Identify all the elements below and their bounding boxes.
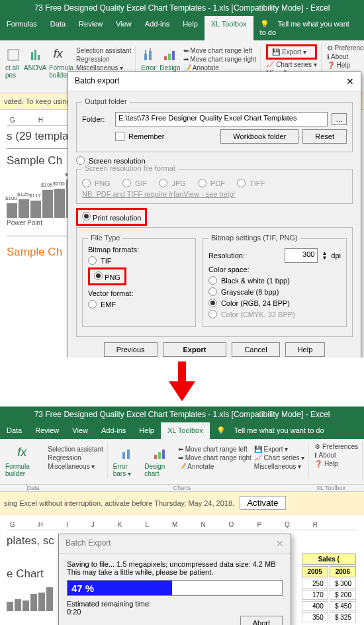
tab-view-2[interactable]: View [66, 422, 95, 439]
tab-review-2[interactable]: Review [28, 422, 66, 439]
arrow-icon [0, 361, 364, 403]
close-icon[interactable]: ✕ [346, 76, 354, 87]
menubar: Formulas Data Review View Add-ins Help X… [0, 16, 364, 40]
svg-rect-4 [144, 54, 147, 60]
folder-input[interactable]: E:\test\73 Free Designer Quality Excel C… [115, 112, 328, 126]
tab-addins-2[interactable]: Add-ins [95, 422, 132, 439]
svg-rect-13 [154, 455, 157, 459]
error-bars-2[interactable]: Error bars ▾ [113, 446, 142, 477]
svg-rect-3 [38, 55, 40, 60]
svg-rect-12 [127, 450, 130, 459]
tab-help[interactable]: Help [176, 16, 205, 40]
tab-formulas[interactable]: Formulas [0, 16, 44, 40]
window-title-2: 73 Free Designed Quality Excel Chart Tem… [0, 407, 364, 422]
cmyk-radio [208, 310, 217, 318]
svg-rect-11 [122, 452, 125, 459]
png-radio[interactable] [94, 271, 103, 280]
close-icon-2[interactable]: ✕ [276, 538, 284, 549]
activate-button[interactable]: Activate [240, 496, 285, 510]
browse-button[interactable]: ... [332, 113, 347, 125]
progress-dialog: Batch Export✕ Saving to file... 1.5 mega… [58, 534, 291, 625]
tab-xl-2[interactable]: XL Toolbox [161, 422, 210, 439]
print-resolution-radio[interactable] [82, 212, 91, 220]
emf-radio[interactable] [88, 300, 97, 309]
svg-rect-10 [172, 51, 175, 60]
dpi-input[interactable]: 300 [285, 248, 318, 263]
formula-builder-2[interactable]: fxFormula builder [5, 446, 45, 477]
help-link[interactable]: ❓ Help [327, 62, 364, 69]
tab-view[interactable]: View [109, 16, 138, 40]
svg-rect-5 [149, 51, 152, 60]
svg-rect-0 [8, 50, 19, 60]
tab-review[interactable]: Review [72, 16, 109, 40]
svg-rect-14 [158, 452, 161, 459]
dpi-down[interactable]: ▼ [322, 256, 327, 260]
selection-assistant[interactable]: Selection assistant [76, 47, 131, 54]
move-range-right[interactable]: ➡ Move chart range right [183, 56, 257, 63]
abort-button[interactable]: Abort [240, 616, 283, 625]
export-button[interactable]: 💾 Export ▾ [266, 44, 316, 60]
cancel-button[interactable]: Cancel [232, 342, 279, 357]
reset-button[interactable]: Reset [302, 129, 347, 144]
preferences[interactable]: ⚙ Preferences [327, 44, 364, 52]
svg-rect-2 [34, 50, 36, 60]
move-range-left[interactable]: ⬅ Move chart range left [183, 47, 257, 54]
previous-button[interactable]: Previous [104, 342, 158, 357]
irfanview-help-link: NB: PDF and TIFF require IrfanView - see… [82, 190, 235, 198]
tab-data[interactable]: Data [44, 16, 72, 40]
window-title: 73 Free Designed Quality Excel Chart Tem… [0, 0, 364, 16]
svg-rect-9 [168, 54, 171, 60]
tell-me[interactable]: 💡 Tell me what you want to do [253, 16, 364, 40]
tab-data-2[interactable]: Data [0, 422, 28, 439]
progress-bar: 47 % [67, 580, 283, 596]
bw-radio[interactable] [208, 276, 217, 285]
help-button[interactable]: Help [285, 342, 326, 357]
sales-table: Sales ( 20052006 250$ 300 170$ 200 400$ … [300, 552, 358, 624]
select-all-types[interactable]: ct all pes [5, 47, 21, 79]
tab-addins[interactable]: Add-ins [138, 16, 176, 40]
design-chart-2[interactable]: Design chart [144, 446, 175, 477]
chart-series[interactable]: 📈 Chart series ▾ [266, 61, 316, 68]
tell-me-2[interactable]: 💡 Tell me what you want to do [210, 422, 364, 439]
rgb-radio[interactable] [208, 299, 217, 307]
remember-checkbox[interactable] [115, 132, 124, 141]
tab-xl-toolbox[interactable]: XL Toolbox [205, 16, 253, 40]
svg-rect-1 [31, 52, 33, 60]
annotate[interactable]: 📝 Annotate [183, 64, 257, 72]
export-do-button[interactable]: Export [163, 342, 227, 357]
regression[interactable]: Regression [76, 56, 131, 63]
svg-rect-15 [162, 450, 165, 459]
about[interactable]: ℹ About [327, 53, 364, 60]
miscellaneous[interactable]: Miscellaneous ▾ [76, 64, 131, 72]
anova-button[interactable]: ANOVA [24, 47, 46, 72]
workbook-folder-button[interactable]: Workbook folder [220, 129, 298, 144]
tif-radio[interactable] [88, 256, 97, 265]
tab-help-2[interactable]: Help [132, 422, 161, 439]
gray-radio[interactable] [208, 287, 217, 296]
batch-export-dialog: Batch export✕ Output folder Folder: E:\t… [68, 72, 361, 358]
svg-rect-8 [164, 56, 167, 60]
